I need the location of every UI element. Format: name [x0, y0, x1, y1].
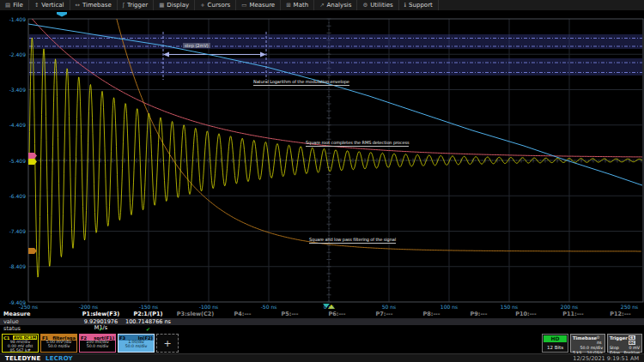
hd-bits: 12 Bits	[543, 343, 568, 352]
timebase-title: Timebase	[573, 335, 597, 346]
menu-item-measure[interactable]: ▭Measure	[236, 0, 281, 10]
add-trace-label: +	[163, 338, 171, 349]
descriptor-line: 85.567 k#	[3, 349, 38, 353]
trigger-icon: ʃ	[123, 2, 125, 9]
measure-param-header[interactable]: P5:---	[266, 311, 313, 317]
trigger-title: Trigger	[610, 335, 628, 346]
measure-row-label: Measure	[3, 311, 30, 317]
measure-status-row: status ✔✔	[0, 325, 644, 333]
status-bar: TELEDYNE LECROY 12/25/2021 9:19:51 AM	[0, 353, 644, 362]
measure-param-header[interactable]: P12:---	[597, 311, 644, 317]
display-icon: ▦	[159, 2, 164, 9]
measure-param-header[interactable]: P4:---	[219, 311, 266, 317]
measure-param-status: ✔	[125, 326, 172, 332]
menu-item-utilities[interactable]: ⚙Utilities	[357, 0, 398, 10]
measure-table: Measure P1:slew(F3)P2:1/(P1)P3:slew(C2)P…	[0, 311, 644, 334]
descriptor-add[interactable]: +	[156, 334, 179, 353]
menu-item-trigger[interactable]: ʃTrigger	[118, 0, 154, 10]
menu-item-label: Trigger	[127, 2, 148, 9]
measure-param-header[interactable]: P10:---	[502, 311, 550, 317]
menu-item-display[interactable]: ▦Display	[154, 0, 195, 10]
descriptor-line: 50.0 ns/div	[118, 345, 154, 349]
math-id-label: F3	[119, 335, 125, 341]
cursors-icon: +	[200, 2, 204, 9]
measure-header-row: Measure P1:slew(F3)P2:1/(P1)P3:slew(C2)P…	[0, 311, 644, 318]
status-row-label: status	[3, 326, 21, 332]
menu-item-label: Math	[294, 2, 309, 9]
f1-level-marker	[28, 248, 37, 254]
traces	[28, 10, 642, 277]
trigger-coupling-badge: DC	[629, 341, 636, 345]
oscilloscope-screen: ▤File↕Vertical↔TimebaseʃTrigger▦Display+…	[0, 0, 644, 362]
measure-param-header[interactable]: P1:slew(F3)	[77, 311, 125, 317]
hd-mode-panel[interactable]: HD 12 Bits	[542, 334, 568, 353]
measure-param-header[interactable]: P11:---	[550, 311, 597, 317]
menu-item-label: Timebase	[82, 2, 112, 9]
brand-logo: TELEDYNE LECROY	[5, 355, 73, 362]
menu-item-label: File	[13, 2, 23, 9]
measure-icon: ▭	[241, 2, 246, 9]
descriptor-line: 50.0 ns/div	[41, 345, 76, 349]
menu-item-label: Display	[167, 2, 189, 9]
menu-item-analysis[interactable]: ↗Analysis	[314, 0, 357, 10]
menu-item-label: Analysis	[327, 2, 352, 9]
brand-lecroy: LECROY	[46, 355, 73, 362]
hd-badge: HD	[544, 335, 567, 342]
c1-level-marker	[28, 159, 37, 165]
measure-param-header[interactable]: P6:---	[313, 311, 361, 317]
channel-id-label: C1	[3, 335, 9, 341]
trigger-source-marker	[328, 305, 335, 309]
menu-item-label: Vertical	[41, 2, 64, 9]
descriptor-f1[interactable]: F1filter(sqa5.00 mV²/div50.0 ns/div	[40, 334, 77, 353]
trigger-time-marker	[323, 304, 330, 308]
menu-item-label: Cursors	[208, 2, 231, 9]
measure-value-row: value 9.92901976 M1/s100.7148766 ns	[0, 318, 644, 326]
descriptor-line: 50.0 ns/div	[80, 345, 115, 349]
utilities-icon: ⚙	[362, 2, 368, 9]
menu-item-support[interactable]: ℹSupport	[399, 0, 439, 10]
value-row-label: value	[3, 319, 19, 325]
trigger-panel[interactable]: Trigger C1 DC Stop 0 mV Edge Positive	[607, 334, 642, 353]
file-icon: ▤	[5, 2, 10, 9]
analysis-icon: ↗	[319, 2, 324, 9]
menu-item-label: Utilities	[370, 2, 392, 9]
descriptor-f3[interactable]: F3ln(F2)1.00/div50.0 ns/div	[118, 334, 155, 353]
descriptor-c1[interactable]: C1AVG DC1M98 mV/div0.00 mV ofst85.567 k#	[2, 334, 39, 353]
brand-teledyne: TELEDYNE	[5, 355, 40, 362]
menu-item-label: Measure	[249, 2, 275, 9]
menu-item-vertical[interactable]: ↕Vertical	[29, 0, 70, 10]
measure-param-status: ✔	[77, 326, 125, 332]
waveform-display[interactable]	[0, 0, 644, 362]
vertical-icon: ↕	[34, 2, 39, 9]
measure-param-header[interactable]: P9:---	[455, 311, 502, 317]
trace-descriptors: C1AVG DC1M98 mV/div0.00 mV ofst85.567 k#…	[0, 334, 412, 353]
menu-item-cursors[interactable]: +Cursors	[195, 0, 236, 10]
measure-param-value: 100.7148766 ns	[125, 319, 172, 325]
horizontal-delay-marker	[57, 12, 67, 17]
menu-item-timebase[interactable]: ↔Timebase	[70, 0, 118, 10]
descriptor-f2[interactable]: F2sqrt(F1)100 mV/div50.0 ns/div	[79, 334, 116, 353]
measure-param-header[interactable]: P8:---	[408, 311, 455, 317]
trigger-source-badge: C1	[629, 335, 635, 340]
step-arrow-head-right	[260, 52, 266, 57]
f2-level-marker	[28, 153, 37, 159]
measure-param-header[interactable]: P7:---	[361, 311, 408, 317]
menu-bar: ▤File↕Vertical↔TimebaseʃTrigger▦Display+…	[0, 0, 644, 11]
measure-param-header[interactable]: P2:1/(P1)	[125, 311, 172, 317]
step-arrow-head-left	[163, 52, 169, 57]
timebase-panel[interactable]: Timebase 0 ns 50.0 ns/div 5 kS 10 GS/s	[570, 334, 605, 353]
menu-item-math[interactable]: ⊞Math	[281, 0, 314, 10]
measure-param-header[interactable]: P3:slew(C2)	[172, 311, 219, 317]
support-icon: ℹ	[404, 2, 406, 9]
menu-item-file[interactable]: ▤File	[0, 0, 29, 10]
menu-item-label: Support	[409, 2, 433, 9]
timebase-delay: 0 ns	[597, 335, 603, 346]
timebase-icon: ↔	[76, 2, 80, 9]
datetime-display: 12/25/2021 9:19:51 AM	[573, 355, 639, 362]
math-icon: ⊞	[286, 2, 290, 9]
